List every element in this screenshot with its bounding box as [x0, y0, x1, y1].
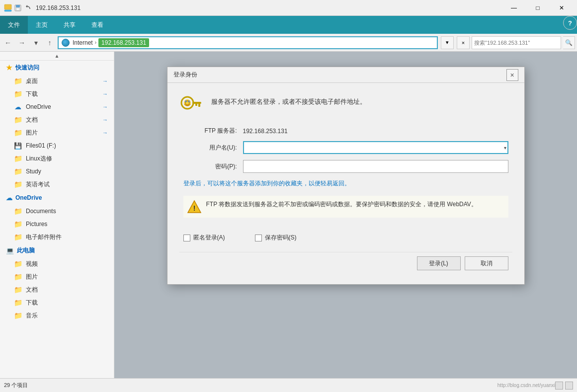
dialog-overlay: 登录身份 ×: [114, 52, 577, 378]
password-row: 密码(P):: [183, 160, 508, 173]
address-chevron: ›: [93, 40, 98, 45]
username-label: 用户名(U):: [183, 144, 243, 152]
sidebar-item-pc-pictures[interactable]: 📁 图片: [0, 270, 114, 283]
recent-button[interactable]: ▾: [30, 37, 42, 49]
password-input-container: [243, 160, 508, 173]
search-button[interactable]: 🔍: [563, 36, 575, 49]
svg-rect-4: [16, 8, 19, 10]
search-input[interactable]: [474, 40, 559, 46]
sidebar-item-music[interactable]: 📁 音乐: [0, 309, 114, 322]
sidebar-item-english[interactable]: 📁 英语考试: [0, 178, 114, 191]
warning-icon: !: [187, 200, 201, 214]
status-icon-2: [565, 382, 573, 390]
status-url: http://blog.csdn.net/yuanxi: [497, 383, 555, 388]
folder-icon: 📁: [14, 273, 22, 281]
main-content: ▲ ★ 快速访问 📁 桌面 → 📁 下载 →: [0, 52, 577, 378]
ftp-server-row: FTP 服务器: 192.168.253.131: [183, 127, 508, 135]
folder-icon: 📁: [14, 180, 22, 188]
sidebar-item-linux[interactable]: 📁 Linux选修: [0, 152, 114, 165]
back-button[interactable]: ←: [2, 37, 14, 49]
up-button[interactable]: ↑: [44, 37, 56, 49]
address-dropdown-button[interactable]: ▾: [441, 36, 454, 49]
folder-icon: 📁: [14, 220, 22, 228]
save-password-checkbox[interactable]: 保存密码(S): [255, 234, 297, 242]
sidebar-item-videos[interactable]: 📁 视频: [0, 257, 114, 270]
sidebar-item-od-pictures[interactable]: 📁 Pictures: [0, 218, 114, 231]
pin-icon: →: [102, 130, 108, 136]
cancel-button[interactable]: 取消: [465, 256, 508, 270]
svg-point-11: [185, 100, 187, 102]
login-button[interactable]: 登录(L): [417, 256, 461, 270]
sidebar: ▲ ★ 快速访问 📁 桌面 → 📁 下载 →: [0, 52, 114, 378]
sidebar-item-downloads[interactable]: 📁 下载 →: [0, 87, 114, 100]
ribbon-tab-share[interactable]: 共享: [56, 16, 83, 34]
folder-icon: 📁: [14, 155, 22, 162]
ribbon-tab-home[interactable]: 主页: [28, 16, 56, 34]
anonymous-login-checkbox[interactable]: 匿名登录(A): [183, 234, 225, 242]
sidebar-item-od-email[interactable]: 📁 电子邮件附件: [0, 231, 114, 243]
address-bar: ← → ▾ ↑ Internet › 192.168.253.131 ▾ × 🔍: [0, 34, 577, 52]
svg-rect-3: [16, 5, 20, 7]
maximize-button[interactable]: □: [526, 0, 549, 16]
sidebar-thispc-header: 💻 此电脑: [0, 243, 114, 257]
dialog-close-button[interactable]: ×: [506, 69, 518, 81]
dialog-warning: ! FTP 将数据发送到服务器之前不加密或编码密码或数据。要保护密码和数据的安全…: [183, 196, 508, 218]
minimize-button[interactable]: —: [502, 0, 525, 16]
search-box[interactable]: [472, 36, 561, 49]
window-title: 192.168.253.131: [36, 4, 502, 11]
window-controls: — □ ✕: [502, 0, 573, 16]
undo-icon: [24, 4, 32, 12]
dialog-message: 服务器不允许匿名登录，或者不接受该电子邮件地址。: [211, 93, 366, 107]
content-area: 登录身份 ×: [114, 52, 577, 378]
sidebar-item-pc-downloads[interactable]: 📁 下载: [0, 296, 114, 309]
help-button[interactable]: ?: [563, 16, 577, 30]
sidebar-item-od-documents[interactable]: 📁 Documents: [0, 205, 114, 218]
pin-icon: →: [102, 117, 108, 123]
dialog-title-bar: 登录身份 ×: [167, 67, 524, 83]
password-label: 密码(P):: [183, 162, 243, 171]
ribbon: 文件 主页 共享 查看 ?: [0, 16, 577, 34]
pin-icon: →: [102, 91, 108, 97]
sidebar-item-files01[interactable]: 💾 Files01 (F:): [0, 139, 114, 152]
drive-icon: 💾: [14, 142, 22, 150]
address-clear-button[interactable]: ×: [457, 36, 470, 49]
forward-button[interactable]: →: [16, 37, 28, 49]
sidebar-item-onedrive-quick[interactable]: ☁ OneDrive →: [0, 100, 114, 113]
sidebar-item-study[interactable]: 📁 Study: [0, 165, 114, 178]
pin-icon: →: [102, 104, 108, 110]
folder-icon: 📁: [14, 77, 22, 85]
username-select[interactable]: [243, 141, 508, 154]
ribbon-tab-file[interactable]: 文件: [0, 16, 28, 34]
sidebar-item-desktop[interactable]: 📁 桌面 →: [0, 75, 114, 87]
sidebar-item-pictures[interactable]: 📁 图片 →: [0, 126, 114, 139]
close-button[interactable]: ✕: [550, 0, 573, 16]
status-bar: 29 个项目 http://blog.csdn.net/yuanxi: [0, 378, 577, 392]
password-input[interactable]: [243, 160, 508, 173]
sidebar-scroll-up[interactable]: ▲: [0, 52, 114, 61]
address-field[interactable]: Internet › 192.168.253.131: [58, 36, 438, 49]
dialog-top-row: 服务器不允许匿名登录，或者不接受该电子邮件地址。: [179, 93, 512, 117]
warning-text: FTP 将数据发送到服务器之前不加密或编码密码或数据。要保护密码和数据的安全，请…: [206, 200, 477, 209]
computer-icon: 💻: [6, 247, 14, 254]
ribbon-tab-view[interactable]: 查看: [83, 16, 111, 34]
cloud-icon: ☁: [6, 194, 12, 202]
dialog-note: 登录后，可以将这个服务器添加到你的收藏夹，以便轻易返回。: [183, 179, 508, 188]
svg-point-12: [188, 100, 190, 102]
folder-icon: 📁: [14, 286, 22, 294]
sidebar-item-pc-documents[interactable]: 📁 文档: [0, 283, 114, 296]
sidebar-section-onedrive: ☁ OneDrive 📁 Documents 📁 Pictures 📁 电子邮: [0, 191, 114, 243]
globe-icon: [62, 39, 70, 47]
anonymous-checkbox-box: [183, 235, 190, 241]
folder-icon: 📁: [14, 129, 22, 137]
dialog-buttons: 登录(L) 取消: [179, 252, 512, 274]
sidebar-item-docs[interactable]: 📁 文档 →: [0, 113, 114, 126]
cloud-icon: ☁: [14, 103, 22, 111]
folder-icon: 📁: [14, 116, 22, 124]
dialog-form: FTP 服务器: 192.168.253.131 用户名(U): ▾ 密码(P)…: [179, 127, 512, 173]
status-icons: [555, 382, 573, 390]
quick-access-icon: [4, 4, 12, 12]
folder-icon: 📁: [14, 167, 22, 175]
title-bar: 192.168.253.131 — □ ✕: [0, 0, 577, 16]
folder-icon: 📁: [14, 90, 22, 98]
pin-icon: →: [102, 78, 108, 84]
